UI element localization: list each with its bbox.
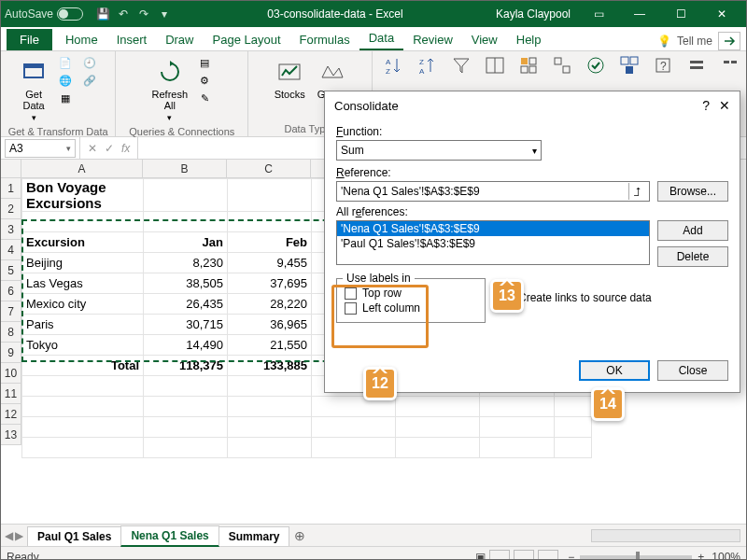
cell[interactable]: 118,375 xyxy=(144,356,228,376)
recent-sources-icon[interactable]: 🕘 xyxy=(82,55,99,70)
cell[interactable]: 8,230 xyxy=(144,253,228,273)
horizontal-scrollbar[interactable] xyxy=(591,529,740,542)
undo-icon[interactable]: ↶ xyxy=(115,6,132,22)
cell[interactable]: 28,220 xyxy=(228,294,312,315)
row-header[interactable]: 11 xyxy=(1,384,21,404)
column-header[interactable]: C xyxy=(227,160,311,178)
consolidate-icon[interactable] xyxy=(619,55,640,76)
top-row-checkbox[interactable]: Top row xyxy=(345,287,477,300)
cell[interactable] xyxy=(312,417,396,438)
cell[interactable] xyxy=(22,438,144,458)
row-header[interactable]: 5 xyxy=(1,260,21,281)
cell[interactable] xyxy=(228,212,312,232)
left-column-checkbox[interactable]: Left column xyxy=(345,301,477,315)
reference-input[interactable]: 'Nena Q1 Sales'!$A$3:$E$9 ⮥ xyxy=(336,181,650,202)
chevron-down-icon[interactable]: ▾ xyxy=(66,144,71,153)
sheet-tab-paul[interactable]: Paul Q1 Sales xyxy=(27,526,121,546)
zoom-in-icon[interactable]: + xyxy=(698,551,704,561)
row-header[interactable]: 10 xyxy=(1,363,21,384)
cell[interactable] xyxy=(480,417,555,438)
zoom-slider[interactable] xyxy=(580,555,692,559)
stocks-button[interactable]: Stocks xyxy=(273,55,307,102)
cell[interactable]: Bon Voyage Excursions xyxy=(22,179,144,212)
cell[interactable] xyxy=(228,376,312,397)
page-layout-view-icon[interactable] xyxy=(514,550,534,561)
row-header[interactable]: 1 xyxy=(1,178,21,199)
cell[interactable] xyxy=(228,179,312,212)
tab-view[interactable]: View xyxy=(462,29,507,50)
tab-file[interactable]: File xyxy=(7,29,52,50)
qat-customize-icon[interactable]: ▾ xyxy=(156,6,173,22)
ok-button[interactable]: OK xyxy=(579,360,650,381)
save-icon[interactable]: 💾 xyxy=(94,6,111,22)
column-header[interactable]: B xyxy=(143,160,227,178)
tab-data[interactable]: Data xyxy=(359,27,403,50)
fx-icon[interactable]: fx xyxy=(121,142,130,155)
tell-me-icon[interactable]: 💡 xyxy=(657,35,671,48)
browse-button[interactable]: Browse... xyxy=(657,181,728,202)
properties-icon[interactable]: ⚙ xyxy=(197,73,214,88)
normal-view-icon[interactable] xyxy=(489,550,510,561)
name-box[interactable]: A3 ▾ xyxy=(5,139,76,158)
cell[interactable]: 9,455 xyxy=(228,253,312,273)
sort-za-icon[interactable]: ZA xyxy=(417,55,438,76)
range-picker-icon[interactable]: ⮥ xyxy=(628,183,645,200)
add-sheet-icon[interactable]: ⊕ xyxy=(289,528,311,543)
all-references-list[interactable]: 'Nena Q1 Sales'!$A$3:$E$9 'Paul Q1 Sales… xyxy=(336,220,650,265)
select-all-corner[interactable] xyxy=(1,160,21,178)
autosave-toggle[interactable]: AutoSave xyxy=(5,7,83,21)
get-data-button[interactable]: Get Data ▾ xyxy=(17,55,50,124)
minimize-icon[interactable]: — xyxy=(619,1,660,27)
cell[interactable]: Total xyxy=(22,356,144,376)
row-header[interactable]: 12 xyxy=(1,404,21,425)
from-web-icon[interactable]: 🌐 xyxy=(58,73,75,88)
cell[interactable]: 38,505 xyxy=(144,273,228,294)
cell[interactable] xyxy=(312,438,396,458)
text-to-columns-icon[interactable] xyxy=(485,55,505,76)
tab-draw[interactable]: Draw xyxy=(156,29,203,50)
cell[interactable]: 133,885 xyxy=(228,356,312,376)
from-text-icon[interactable]: 📄 xyxy=(58,55,75,70)
cell[interactable]: Beijing xyxy=(22,253,144,273)
ungroup-icon[interactable] xyxy=(720,55,740,76)
row-header[interactable]: 3 xyxy=(1,219,21,240)
cell[interactable] xyxy=(228,438,312,458)
sheet-tab-summary[interactable]: Summary xyxy=(218,526,290,546)
tab-home[interactable]: Home xyxy=(56,29,107,50)
refresh-all-button[interactable]: Refresh All ▾ xyxy=(150,55,190,124)
cell[interactable] xyxy=(144,179,228,212)
cell[interactable] xyxy=(22,212,144,232)
cell[interactable] xyxy=(396,397,480,417)
delete-button[interactable]: Delete xyxy=(657,246,728,267)
enter-formula-icon[interactable]: ✓ xyxy=(105,142,114,155)
cell[interactable]: Las Vegas xyxy=(22,273,144,294)
cell[interactable] xyxy=(228,397,312,417)
page-break-view-icon[interactable] xyxy=(538,550,558,561)
list-item[interactable]: 'Paul Q1 Sales'!$A$3:$E$9 xyxy=(337,236,649,251)
cell[interactable] xyxy=(144,417,228,438)
record-macro-icon[interactable]: ▣ xyxy=(475,551,486,561)
edit-links-icon[interactable]: ✎ xyxy=(197,91,214,105)
cell[interactable] xyxy=(555,438,592,458)
close-window-icon[interactable]: ✕ xyxy=(701,1,742,27)
row-header[interactable]: 4 xyxy=(1,240,21,260)
existing-connections-icon[interactable]: 🔗 xyxy=(82,73,99,88)
cell[interactable]: 37,695 xyxy=(228,273,312,294)
cell[interactable] xyxy=(396,417,480,438)
cell[interactable]: 26,435 xyxy=(144,294,228,315)
zoom-out-icon[interactable]: − xyxy=(568,551,574,561)
function-select[interactable]: Sum ▾ xyxy=(336,140,542,161)
ribbon-options-icon[interactable]: ▭ xyxy=(578,1,619,27)
add-button[interactable]: Add xyxy=(657,220,728,241)
redo-icon[interactable]: ↷ xyxy=(135,6,152,22)
from-table-icon[interactable]: ▦ xyxy=(58,91,75,105)
queries-icon[interactable]: ▤ xyxy=(197,55,214,70)
sort-az-icon[interactable]: AZ xyxy=(384,55,404,76)
cell[interactable] xyxy=(555,417,592,438)
group-icon[interactable] xyxy=(686,55,707,76)
cancel-formula-icon[interactable]: ✕ xyxy=(88,142,97,155)
cell[interactable]: Paris xyxy=(22,315,144,335)
help-icon[interactable]: ? xyxy=(702,98,710,113)
zoom-level[interactable]: 100% xyxy=(712,551,740,561)
sheet-nav-prev-icon[interactable]: ◀ xyxy=(5,529,13,542)
